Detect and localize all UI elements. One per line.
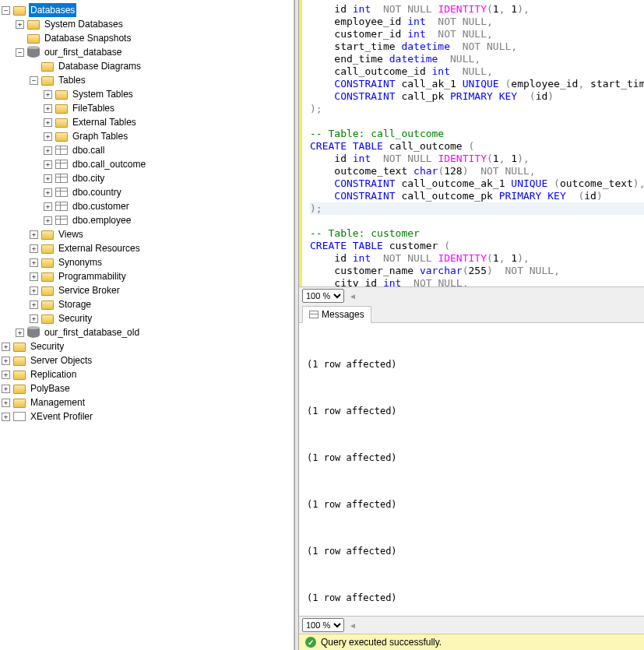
- expand-toggle[interactable]: +: [44, 188, 52, 197]
- tree-node[interactable]: FileTables: [71, 101, 116, 115]
- tree-node[interactable]: Storage: [57, 297, 93, 311]
- expand-toggle[interactable]: +: [44, 132, 52, 141]
- tree-node[interactable]: Views: [57, 227, 85, 241]
- messages-zoom-bar: 100 % ◄: [299, 616, 644, 634]
- tree-node[interactable]: Synonyms: [57, 255, 104, 269]
- tree-node-table[interactable]: dbo.city: [71, 171, 106, 185]
- expand-toggle[interactable]: −: [30, 76, 38, 85]
- expand-toggle[interactable]: +: [2, 343, 10, 351]
- tree-node[interactable]: XEvent Profiler: [29, 409, 94, 423]
- tab-messages[interactable]: Messages: [302, 306, 371, 323]
- expand-toggle[interactable]: +: [2, 399, 10, 407]
- folder-icon: [13, 343, 26, 352]
- table-icon: [55, 160, 68, 169]
- table-icon: [55, 188, 68, 197]
- expand-toggle[interactable]: +: [44, 216, 52, 225]
- expand-toggle[interactable]: +: [30, 230, 38, 239]
- expand-toggle[interactable]: +: [2, 385, 10, 393]
- tree-node[interactable]: Database Snapshots: [43, 31, 132, 45]
- table-icon: [55, 174, 68, 183]
- expand-toggle[interactable]: +: [44, 146, 52, 155]
- editor-zoom-bar: 100 % ◄: [299, 286, 644, 304]
- expand-toggle[interactable]: +: [2, 371, 10, 379]
- expand-toggle[interactable]: +: [30, 244, 38, 253]
- expand-toggle[interactable]: +: [30, 314, 38, 323]
- message-line: (1 row affected): [307, 539, 636, 563]
- folder-icon: [27, 20, 40, 30]
- folder-icon: [41, 286, 54, 296]
- zoom-select[interactable]: 100 %: [302, 289, 344, 303]
- sql-editor[interactable]: id int NOT NULL IDENTITY(1, 1), employee…: [299, 0, 644, 286]
- tree-node[interactable]: Server Objects: [29, 353, 93, 367]
- expand-toggle[interactable]: +: [44, 202, 52, 211]
- scroll-left-icon[interactable]: ◄: [346, 292, 360, 300]
- folder-icon: [13, 371, 26, 380]
- folder-icon: [55, 118, 68, 128]
- tree-node[interactable]: PolyBase: [29, 381, 72, 395]
- database-icon: [27, 47, 40, 58]
- expand-toggle[interactable]: +: [30, 286, 38, 295]
- expand-toggle[interactable]: +: [44, 90, 52, 99]
- folder-icon: [55, 132, 68, 142]
- tree-node[interactable]: Programmability: [57, 269, 128, 283]
- results-tab-row: Messages: [299, 304, 644, 323]
- tree-node[interactable]: System Tables: [71, 87, 135, 101]
- expand-toggle[interactable]: −: [16, 48, 24, 57]
- expand-toggle[interactable]: −: [2, 6, 10, 15]
- object-explorer-tree[interactable]: − Databases +System Databases Database S…: [0, 3, 294, 423]
- tree-node[interactable]: Replication: [29, 367, 78, 381]
- database-icon: [27, 328, 40, 338]
- message-line: (1 row affected): [307, 446, 636, 469]
- tree-node[interactable]: External Tables: [71, 115, 138, 129]
- expand-toggle[interactable]: +: [44, 104, 52, 113]
- expand-toggle[interactable]: +: [16, 329, 24, 337]
- message-line: (1 row affected): [307, 399, 636, 423]
- messages-panel[interactable]: (1 row affected) (1 row affected) (1 row…: [299, 323, 644, 616]
- tree-node[interactable]: Graph Tables: [71, 129, 129, 143]
- folder-icon: [41, 314, 54, 324]
- expand-toggle[interactable]: +: [30, 300, 38, 309]
- message-line: (1 row affected): [307, 353, 636, 376]
- tree-node[interactable]: Tables: [57, 73, 87, 87]
- tree-node-table[interactable]: dbo.customer: [71, 199, 131, 213]
- folder-icon: [55, 90, 68, 100]
- tree-node-table[interactable]: dbo.country: [71, 185, 123, 199]
- folder-icon: [41, 62, 54, 72]
- tree-node-table[interactable]: dbo.call: [71, 143, 106, 157]
- object-explorer-panel: − Databases +System Databases Database S…: [0, 0, 294, 650]
- success-icon: ✓: [305, 637, 316, 648]
- tree-node[interactable]: Service Broker: [57, 283, 121, 297]
- folder-icon: [13, 6, 26, 16]
- expand-toggle[interactable]: +: [2, 357, 10, 365]
- expand-toggle[interactable]: +: [44, 160, 52, 169]
- expand-toggle[interactable]: +: [44, 118, 52, 127]
- expand-toggle[interactable]: +: [30, 258, 38, 267]
- tree-node-db[interactable]: our_first_database: [43, 45, 123, 59]
- tree-node-table[interactable]: dbo.employee: [71, 213, 132, 227]
- expand-toggle[interactable]: +: [30, 272, 38, 281]
- folder-icon: [27, 34, 40, 44]
- expand-toggle[interactable]: +: [2, 413, 10, 421]
- folder-icon: [41, 244, 54, 254]
- tree-node[interactable]: Security: [29, 339, 65, 353]
- folder-icon: [41, 258, 54, 268]
- tree-node-databases[interactable]: Databases: [29, 3, 76, 17]
- expand-toggle[interactable]: +: [16, 20, 24, 29]
- tree-node[interactable]: External Resources: [57, 241, 142, 255]
- folder-icon: [13, 399, 26, 408]
- messages-icon: [309, 311, 318, 318]
- folder-icon: [41, 76, 54, 86]
- expand-spacer: [16, 34, 24, 43]
- table-icon: [55, 202, 68, 211]
- tree-node[interactable]: Database Diagrams: [57, 59, 143, 73]
- tree-node-table[interactable]: dbo.call_outcome: [71, 157, 147, 171]
- expand-toggle[interactable]: +: [44, 174, 52, 183]
- scroll-left-icon[interactable]: ◄: [346, 621, 360, 630]
- tree-node[interactable]: Security: [57, 311, 93, 325]
- message-line: (1 row affected): [307, 586, 636, 610]
- tree-node[interactable]: System Databases: [43, 17, 125, 31]
- tree-node-db[interactable]: our_first_database_old: [43, 325, 141, 339]
- zoom-select[interactable]: 100 %: [302, 618, 344, 632]
- tree-node[interactable]: Management: [29, 395, 86, 409]
- folder-icon: [41, 272, 54, 282]
